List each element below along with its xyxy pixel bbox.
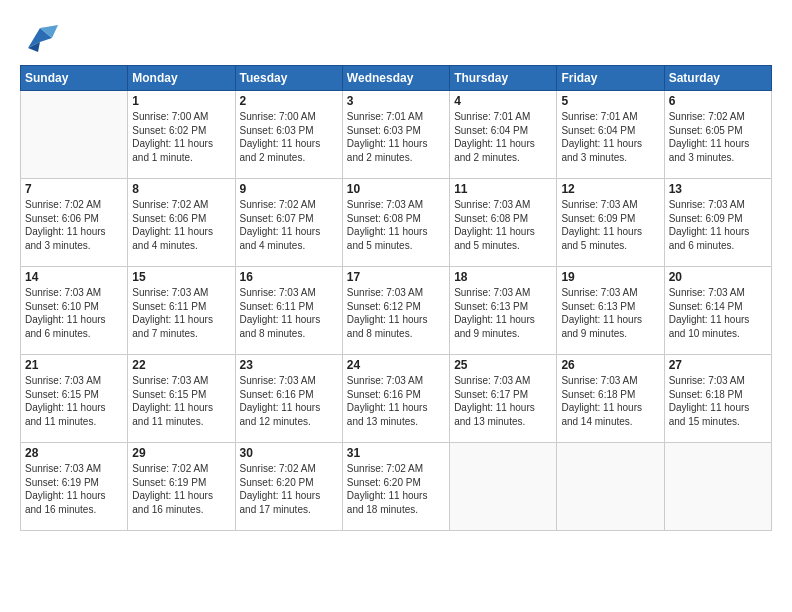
- day-number: 22: [132, 358, 230, 372]
- calendar-cell: 23Sunrise: 7:03 AM Sunset: 6:16 PM Dayli…: [235, 355, 342, 443]
- calendar-cell: 1Sunrise: 7:00 AM Sunset: 6:02 PM Daylig…: [128, 91, 235, 179]
- day-info: Sunrise: 7:02 AM Sunset: 6:19 PM Dayligh…: [132, 462, 230, 516]
- calendar-week-3: 21Sunrise: 7:03 AM Sunset: 6:15 PM Dayli…: [21, 355, 772, 443]
- calendar-cell: 4Sunrise: 7:01 AM Sunset: 6:04 PM Daylig…: [450, 91, 557, 179]
- day-info: Sunrise: 7:03 AM Sunset: 6:09 PM Dayligh…: [669, 198, 767, 252]
- calendar-week-4: 28Sunrise: 7:03 AM Sunset: 6:19 PM Dayli…: [21, 443, 772, 531]
- calendar-cell: 11Sunrise: 7:03 AM Sunset: 6:08 PM Dayli…: [450, 179, 557, 267]
- calendar-week-0: 1Sunrise: 7:00 AM Sunset: 6:02 PM Daylig…: [21, 91, 772, 179]
- day-info: Sunrise: 7:00 AM Sunset: 6:03 PM Dayligh…: [240, 110, 338, 164]
- day-info: Sunrise: 7:02 AM Sunset: 6:06 PM Dayligh…: [25, 198, 123, 252]
- day-info: Sunrise: 7:03 AM Sunset: 6:14 PM Dayligh…: [669, 286, 767, 340]
- calendar-cell: [664, 443, 771, 531]
- calendar-cell: 2Sunrise: 7:00 AM Sunset: 6:03 PM Daylig…: [235, 91, 342, 179]
- day-info: Sunrise: 7:03 AM Sunset: 6:11 PM Dayligh…: [132, 286, 230, 340]
- calendar-cell: [21, 91, 128, 179]
- day-number: 29: [132, 446, 230, 460]
- page: SundayMondayTuesdayWednesdayThursdayFrid…: [0, 0, 792, 612]
- day-number: 5: [561, 94, 659, 108]
- calendar-cell: 14Sunrise: 7:03 AM Sunset: 6:10 PM Dayli…: [21, 267, 128, 355]
- calendar-cell: 5Sunrise: 7:01 AM Sunset: 6:04 PM Daylig…: [557, 91, 664, 179]
- day-info: Sunrise: 7:01 AM Sunset: 6:04 PM Dayligh…: [454, 110, 552, 164]
- logo: [20, 20, 62, 55]
- calendar-cell: 15Sunrise: 7:03 AM Sunset: 6:11 PM Dayli…: [128, 267, 235, 355]
- day-info: Sunrise: 7:03 AM Sunset: 6:19 PM Dayligh…: [25, 462, 123, 516]
- day-number: 15: [132, 270, 230, 284]
- calendar-header-thursday: Thursday: [450, 66, 557, 91]
- calendar-cell: 30Sunrise: 7:02 AM Sunset: 6:20 PM Dayli…: [235, 443, 342, 531]
- day-info: Sunrise: 7:03 AM Sunset: 6:10 PM Dayligh…: [25, 286, 123, 340]
- day-number: 19: [561, 270, 659, 284]
- day-info: Sunrise: 7:03 AM Sunset: 6:17 PM Dayligh…: [454, 374, 552, 428]
- day-number: 23: [240, 358, 338, 372]
- day-info: Sunrise: 7:02 AM Sunset: 6:20 PM Dayligh…: [347, 462, 445, 516]
- day-info: Sunrise: 7:03 AM Sunset: 6:13 PM Dayligh…: [454, 286, 552, 340]
- calendar-cell: 16Sunrise: 7:03 AM Sunset: 6:11 PM Dayli…: [235, 267, 342, 355]
- calendar-cell: 25Sunrise: 7:03 AM Sunset: 6:17 PM Dayli…: [450, 355, 557, 443]
- day-number: 31: [347, 446, 445, 460]
- day-number: 3: [347, 94, 445, 108]
- calendar-cell: 13Sunrise: 7:03 AM Sunset: 6:09 PM Dayli…: [664, 179, 771, 267]
- calendar-cell: 31Sunrise: 7:02 AM Sunset: 6:20 PM Dayli…: [342, 443, 449, 531]
- day-number: 1: [132, 94, 230, 108]
- day-info: Sunrise: 7:03 AM Sunset: 6:08 PM Dayligh…: [347, 198, 445, 252]
- calendar-cell: 26Sunrise: 7:03 AM Sunset: 6:18 PM Dayli…: [557, 355, 664, 443]
- calendar-header-friday: Friday: [557, 66, 664, 91]
- calendar-header-monday: Monday: [128, 66, 235, 91]
- calendar-cell: [450, 443, 557, 531]
- calendar-cell: 9Sunrise: 7:02 AM Sunset: 6:07 PM Daylig…: [235, 179, 342, 267]
- calendar-cell: 27Sunrise: 7:03 AM Sunset: 6:18 PM Dayli…: [664, 355, 771, 443]
- day-number: 12: [561, 182, 659, 196]
- day-info: Sunrise: 7:03 AM Sunset: 6:09 PM Dayligh…: [561, 198, 659, 252]
- day-info: Sunrise: 7:03 AM Sunset: 6:16 PM Dayligh…: [347, 374, 445, 428]
- day-number: 26: [561, 358, 659, 372]
- logo-icon: [20, 20, 60, 55]
- day-info: Sunrise: 7:02 AM Sunset: 6:05 PM Dayligh…: [669, 110, 767, 164]
- calendar-week-1: 7Sunrise: 7:02 AM Sunset: 6:06 PM Daylig…: [21, 179, 772, 267]
- day-number: 28: [25, 446, 123, 460]
- day-number: 30: [240, 446, 338, 460]
- day-number: 27: [669, 358, 767, 372]
- calendar-cell: 18Sunrise: 7:03 AM Sunset: 6:13 PM Dayli…: [450, 267, 557, 355]
- calendar-cell: 12Sunrise: 7:03 AM Sunset: 6:09 PM Dayli…: [557, 179, 664, 267]
- day-number: 16: [240, 270, 338, 284]
- day-number: 2: [240, 94, 338, 108]
- calendar-cell: 8Sunrise: 7:02 AM Sunset: 6:06 PM Daylig…: [128, 179, 235, 267]
- day-info: Sunrise: 7:03 AM Sunset: 6:12 PM Dayligh…: [347, 286, 445, 340]
- day-info: Sunrise: 7:03 AM Sunset: 6:18 PM Dayligh…: [561, 374, 659, 428]
- calendar-cell: 17Sunrise: 7:03 AM Sunset: 6:12 PM Dayli…: [342, 267, 449, 355]
- day-info: Sunrise: 7:03 AM Sunset: 6:11 PM Dayligh…: [240, 286, 338, 340]
- calendar-cell: 21Sunrise: 7:03 AM Sunset: 6:15 PM Dayli…: [21, 355, 128, 443]
- day-number: 21: [25, 358, 123, 372]
- day-info: Sunrise: 7:03 AM Sunset: 6:16 PM Dayligh…: [240, 374, 338, 428]
- calendar-week-2: 14Sunrise: 7:03 AM Sunset: 6:10 PM Dayli…: [21, 267, 772, 355]
- day-number: 17: [347, 270, 445, 284]
- day-number: 13: [669, 182, 767, 196]
- calendar-cell: 29Sunrise: 7:02 AM Sunset: 6:19 PM Dayli…: [128, 443, 235, 531]
- calendar: SundayMondayTuesdayWednesdayThursdayFrid…: [20, 65, 772, 531]
- calendar-cell: 7Sunrise: 7:02 AM Sunset: 6:06 PM Daylig…: [21, 179, 128, 267]
- day-info: Sunrise: 7:03 AM Sunset: 6:13 PM Dayligh…: [561, 286, 659, 340]
- day-number: 9: [240, 182, 338, 196]
- calendar-header-wednesday: Wednesday: [342, 66, 449, 91]
- day-info: Sunrise: 7:03 AM Sunset: 6:15 PM Dayligh…: [132, 374, 230, 428]
- day-info: Sunrise: 7:01 AM Sunset: 6:03 PM Dayligh…: [347, 110, 445, 164]
- day-number: 24: [347, 358, 445, 372]
- day-number: 4: [454, 94, 552, 108]
- day-info: Sunrise: 7:02 AM Sunset: 6:20 PM Dayligh…: [240, 462, 338, 516]
- day-number: 11: [454, 182, 552, 196]
- calendar-cell: [557, 443, 664, 531]
- calendar-header-saturday: Saturday: [664, 66, 771, 91]
- calendar-cell: 19Sunrise: 7:03 AM Sunset: 6:13 PM Dayli…: [557, 267, 664, 355]
- day-number: 14: [25, 270, 123, 284]
- day-number: 7: [25, 182, 123, 196]
- calendar-cell: 22Sunrise: 7:03 AM Sunset: 6:15 PM Dayli…: [128, 355, 235, 443]
- day-number: 20: [669, 270, 767, 284]
- calendar-header-tuesday: Tuesday: [235, 66, 342, 91]
- calendar-cell: 6Sunrise: 7:02 AM Sunset: 6:05 PM Daylig…: [664, 91, 771, 179]
- calendar-header-sunday: Sunday: [21, 66, 128, 91]
- header: [20, 20, 772, 55]
- day-info: Sunrise: 7:03 AM Sunset: 6:15 PM Dayligh…: [25, 374, 123, 428]
- day-number: 6: [669, 94, 767, 108]
- day-info: Sunrise: 7:00 AM Sunset: 6:02 PM Dayligh…: [132, 110, 230, 164]
